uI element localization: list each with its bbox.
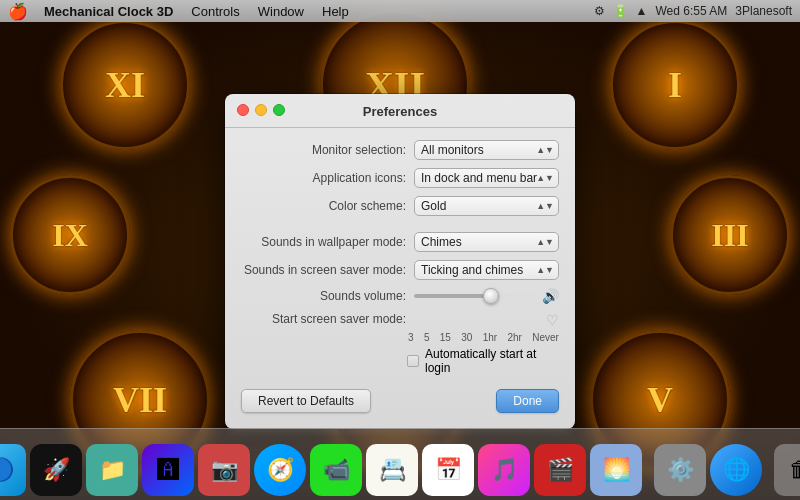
- monitor-row: Monitor selection: All monitors ▲▼: [225, 136, 575, 164]
- time-label-30: 30: [461, 332, 472, 343]
- monitor-label: Monitor selection:: [241, 143, 406, 157]
- screensaver-label: Start screen saver mode:: [241, 312, 406, 326]
- screensaver-sound-select[interactable]: Ticking and chimes: [414, 260, 559, 280]
- wallpaper-sound-select-wrapper: Chimes ▲▼: [414, 232, 559, 252]
- monitor-select[interactable]: All monitors: [414, 140, 559, 160]
- settings-icon[interactable]: ⚙: [594, 4, 605, 18]
- color-control: Gold ▲▼: [414, 196, 559, 216]
- icons-select-wrapper: In dock and menu bar ▲▼: [414, 168, 559, 188]
- screensaver-sound-row: Sounds in screen saver mode: Ticking and…: [225, 256, 575, 284]
- minimize-button[interactable]: [255, 104, 267, 116]
- dock-settings[interactable]: ⚙️: [654, 444, 706, 496]
- dock-movie[interactable]: 🎬: [534, 444, 586, 496]
- volume-slider[interactable]: [414, 294, 536, 298]
- volume-control: 🔊: [414, 288, 559, 304]
- dialog-buttons: Revert to Defaults Done: [225, 377, 575, 413]
- dock: 🔵 🚀 📁 🅰 📷 🧭 📹 📇 📅 🎵 🎬 🌅 ⚙️ 🌐 🗑: [0, 428, 800, 500]
- time-label-15: 15: [440, 332, 451, 343]
- menubar: 🍎 Mechanical Clock 3D Controls Window He…: [0, 0, 800, 22]
- time-label-1hr: 1hr: [483, 332, 497, 343]
- help-menu[interactable]: Help: [314, 0, 357, 22]
- dialog-title: Preferences: [363, 104, 437, 119]
- volume-thumb: [483, 288, 499, 304]
- dock-calendar[interactable]: 📅: [422, 444, 474, 496]
- screensaver-slider[interactable]: ♡: [414, 317, 559, 321]
- dock-macos[interactable]: 🌐: [710, 444, 762, 496]
- screensaver-control: ♡: [414, 317, 559, 321]
- volume-slider-row: 🔊: [414, 288, 559, 304]
- company-name: 3Planesoft: [735, 4, 792, 18]
- time-label-5: 5: [424, 332, 430, 343]
- dock-files[interactable]: 📁: [86, 444, 138, 496]
- time-label-2hr: 2hr: [507, 332, 521, 343]
- screensaver-row: Start screen saver mode: ♡: [225, 308, 575, 330]
- wallpaper-sound-select[interactable]: Chimes: [414, 232, 559, 252]
- dock-contacts[interactable]: 📇: [366, 444, 418, 496]
- dock-facetime[interactable]: 📹: [310, 444, 362, 496]
- revert-button[interactable]: Revert to Defaults: [241, 389, 371, 413]
- battery-icon: 🔋: [613, 4, 628, 18]
- icons-label: Application icons:: [241, 171, 406, 185]
- close-button[interactable]: [237, 104, 249, 116]
- title-separator: [225, 127, 575, 128]
- dialog-titlebar: Preferences: [225, 94, 575, 127]
- volume-row: Sounds volume: 🔊: [225, 284, 575, 308]
- auto-login-checkbox[interactable]: [407, 355, 419, 367]
- dock-appstore[interactable]: 🅰: [142, 444, 194, 496]
- color-label: Color scheme:: [241, 199, 406, 213]
- wallpaper-sound-row: Sounds in wallpaper mode: Chimes ▲▼: [225, 228, 575, 256]
- app-name-menu[interactable]: Mechanical Clock 3D: [36, 0, 181, 22]
- wallpaper-sound-control: Chimes ▲▼: [414, 232, 559, 252]
- dock-photos[interactable]: 🌅: [590, 444, 642, 496]
- heart-icon: ♡: [546, 312, 559, 328]
- color-row: Color scheme: Gold ▲▼: [225, 192, 575, 220]
- traffic-lights: [237, 104, 285, 116]
- done-button[interactable]: Done: [496, 389, 559, 413]
- dock-trash[interactable]: 🗑: [774, 444, 800, 496]
- time-label-never: Never: [532, 332, 559, 343]
- icons-select[interactable]: In dock and menu bar: [414, 168, 559, 188]
- icons-control: In dock and menu bar ▲▼: [414, 168, 559, 188]
- volume-icon: 🔊: [542, 288, 559, 304]
- dock-photos2[interactable]: 📷: [198, 444, 250, 496]
- menubar-right: ⚙ 🔋 ▲ Wed 6:55 AM 3Planesoft: [594, 4, 792, 18]
- dock-safari[interactable]: 🧭: [254, 444, 306, 496]
- color-select[interactable]: Gold: [414, 196, 559, 216]
- screensaver-sound-label: Sounds in screen saver mode:: [241, 263, 406, 277]
- monitor-select-wrapper: All monitors ▲▼: [414, 140, 559, 160]
- auto-login-label: Automatically start at login: [425, 347, 559, 375]
- apple-menu[interactable]: 🍎: [8, 2, 28, 21]
- controls-menu[interactable]: Controls: [183, 0, 247, 22]
- wallpaper-sound-label: Sounds in wallpaper mode:: [241, 235, 406, 249]
- icons-row: Application icons: In dock and menu bar …: [225, 164, 575, 192]
- preferences-dialog: Preferences Monitor selection: All monit…: [225, 94, 575, 429]
- screensaver-sound-select-wrapper: Ticking and chimes ▲▼: [414, 260, 559, 280]
- maximize-button[interactable]: [273, 104, 285, 116]
- monitor-control: All monitors ▲▼: [414, 140, 559, 160]
- auto-login-row: Automatically start at login: [225, 345, 575, 377]
- dock-launchpad[interactable]: 🚀: [30, 444, 82, 496]
- dock-itunes[interactable]: 🎵: [478, 444, 530, 496]
- time-label-3: 3: [408, 332, 414, 343]
- color-select-wrapper: Gold ▲▼: [414, 196, 559, 216]
- dock-finder[interactable]: 🔵: [0, 444, 26, 496]
- dialog-overlay: Preferences Monitor selection: All monit…: [0, 0, 800, 500]
- volume-label: Sounds volume:: [241, 289, 406, 303]
- wifi-icon[interactable]: ▲: [636, 4, 648, 18]
- window-menu[interactable]: Window: [250, 0, 312, 22]
- clock-time: Wed 6:55 AM: [655, 4, 727, 18]
- screensaver-sound-control: Ticking and chimes ▲▼: [414, 260, 559, 280]
- time-labels: 3 5 15 30 1hr 2hr Never: [225, 330, 575, 345]
